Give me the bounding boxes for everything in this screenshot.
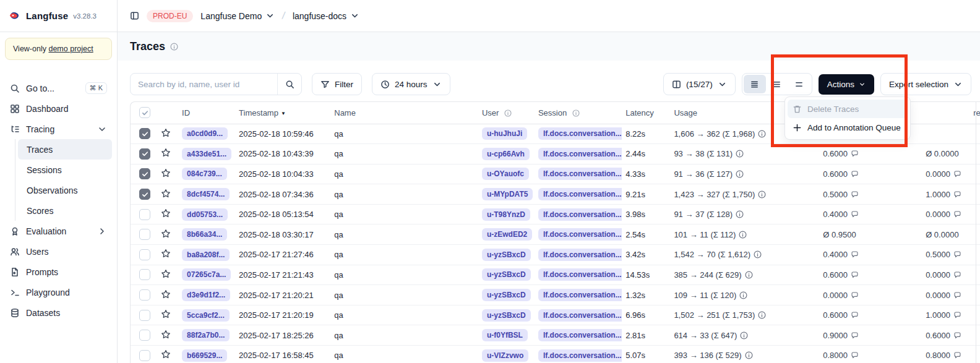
info-icon[interactable] [758,130,766,138]
user-badge[interactable]: u-f0YfBSL [482,329,528,341]
trace-row[interactable]: ba8a208f...2025-02-17 21:27:46qau-yzSBxc… [131,245,980,265]
trace-row[interactable]: d3e9d1f2...2025-02-17 21:20:21qau-yzSBxc… [131,285,980,305]
info-icon[interactable] [758,190,766,199]
favorite-star-button[interactable] [161,249,171,258]
info-icon[interactable] [736,170,744,178]
session-badge[interactable]: lf.docs.conversation... [538,249,622,261]
trace-id-badge[interactable]: dd05753... [182,208,228,221]
sidebar-item-tracing[interactable]: Tracing [5,119,112,139]
row-checkbox[interactable] [139,148,150,160]
row-checkbox[interactable] [139,189,150,200]
trace-id-badge[interactable]: 084c739... [182,168,227,180]
row-checkbox[interactable] [139,269,150,280]
trace-row[interactable]: 07265c7a...2025-02-17 21:21:43qau-yzSBxc… [131,265,980,285]
project-switcher[interactable]: langfuse-docs [293,11,359,21]
favorite-star-button[interactable] [161,289,171,299]
select-all-checkbox[interactable] [139,107,150,118]
sidebar-item-playground[interactable]: Playground [5,282,112,302]
trace-row[interactable]: a433de51...2025-02-18 10:43:39qau-cp66Av… [131,144,980,164]
favorite-star-button[interactable] [161,330,171,340]
session-badge[interactable]: lf.docs.conversation... [538,188,622,200]
row-checkbox[interactable] [139,209,150,220]
sidebar-item-datasets[interactable]: Datasets [5,302,112,323]
trace-row[interactable]: dd05753...2025-02-18 05:13:54qau-T98YnzD… [131,204,980,224]
favorite-star-button[interactable] [161,168,171,178]
favorite-star-button[interactable] [161,208,171,218]
trace-row[interactable]: 5cca9cf2...2025-02-17 21:20:19qau-yzSBxc… [131,305,980,325]
user-badge[interactable]: u-yzSBxcD [482,268,531,281]
row-checkbox[interactable] [139,168,150,179]
search-input[interactable] [131,80,277,89]
goto-search[interactable]: Go to... ⌘ K [5,78,112,98]
user-badge[interactable]: u-yzSBxcD [482,249,531,261]
trace-id-badge[interactable]: d3e9d1f2... [182,289,230,301]
row-checkbox[interactable] [139,128,150,139]
user-badge[interactable]: u-OYauofc [482,168,529,180]
trace-id-badge[interactable]: a0cd0d9... [182,127,228,140]
column-header-name[interactable]: Name [330,102,478,124]
sidebar-item-dashboard[interactable]: Dashboard [5,98,112,119]
actions-button[interactable]: Actions [819,74,874,95]
session-badge[interactable]: lf.docs.conversation... [538,228,622,241]
info-icon[interactable] [170,43,178,51]
trace-row[interactable]: 88f2a7b0...2025-02-17 18:25:26qau-f0YfBS… [131,325,980,346]
user-badge[interactable]: u-zEwdED2 [482,228,532,241]
session-badge[interactable]: lf.docs.conversation... [538,208,622,221]
trace-id-badge[interactable]: 8dcf4574... [182,188,230,200]
sidebar-toggle-icon[interactable] [130,11,139,20]
sidebar-item-scores[interactable]: Scores [18,200,112,221]
user-badge[interactable]: u-T98YnzD [482,208,530,221]
session-badge[interactable]: lf.docs.conversation... [538,289,622,301]
column-header-relevance[interactable]: relevance (... [969,102,980,124]
session-badge[interactable]: lf.docs.conversation... [538,309,622,322]
row-checkbox[interactable] [139,330,150,341]
export-selection-button[interactable]: Export selection [880,73,971,95]
sidebar-item-sessions[interactable]: Sessions [18,160,112,180]
user-badge[interactable]: u-huJhuJi [482,127,527,140]
trace-id-badge[interactable]: b669529... [182,349,227,362]
info-icon[interactable] [745,351,753,359]
favorite-star-button[interactable] [161,309,171,319]
trace-id-badge[interactable]: 88f2a7b0... [182,329,230,341]
org-switcher[interactable]: Langfuse Demo [200,11,275,21]
row-checkbox[interactable] [139,289,150,301]
info-icon[interactable] [754,250,762,258]
column-header-timestamp[interactable]: Timestamp▼ [235,102,330,124]
session-badge[interactable]: lf.docs.conversation... [538,329,622,341]
session-badge[interactable]: lf.docs.conversation... [538,168,622,180]
row-checkbox[interactable] [139,229,150,240]
session-badge[interactable]: lf.docs.conversation... [538,268,622,281]
favorite-star-button[interactable] [161,148,171,158]
menu-item-add-to-annotation-queue[interactable]: Add to Annotation Queue [788,118,908,137]
info-icon[interactable] [740,331,748,340]
info-icon[interactable] [758,311,766,319]
column-header-id[interactable]: ID [178,102,235,124]
search-submit-button[interactable] [278,74,301,95]
info-icon[interactable] [736,150,744,158]
user-badge[interactable]: u-MYpDAT5 [482,188,533,200]
row-checkbox[interactable] [139,249,150,260]
row-height-medium-button[interactable] [766,75,788,93]
info-icon[interactable] [739,291,747,299]
row-checkbox[interactable] [139,350,150,361]
info-icon[interactable] [745,271,753,279]
trace-row[interactable]: b669529...2025-02-17 16:58:45qau-VIZzvwo… [131,346,980,363]
column-header-session[interactable]: Session [535,102,622,124]
row-checkbox[interactable] [139,310,150,321]
user-badge[interactable]: u-yzSBxcD [482,309,531,322]
sidebar-item-observations[interactable]: Observations [18,180,112,200]
trace-row[interactable]: 8dcf4574...2025-02-18 07:34:36qau-MYpDAT… [131,184,980,205]
user-badge[interactable]: u-cp66Avh [482,148,530,160]
sidebar-item-evaluation[interactable]: Evaluation [5,221,112,241]
session-badge[interactable]: lf.docs.conversation... [538,349,622,362]
user-badge[interactable]: u-VIZzvwo [482,349,528,362]
sidebar-item-prompts[interactable]: Prompts [5,262,112,282]
sidebar-item-users[interactable]: Users [5,241,112,262]
favorite-star-button[interactable] [161,269,171,279]
session-badge[interactable]: lf.docs.conversation... [538,148,622,160]
session-badge[interactable]: lf.docs.conversation... [538,127,622,140]
menu-item-delete-traces[interactable]: Delete Traces [788,100,908,118]
column-header-latency[interactable]: Latency [622,102,670,124]
favorite-star-button[interactable] [161,229,171,239]
row-height-large-button[interactable] [788,75,810,93]
